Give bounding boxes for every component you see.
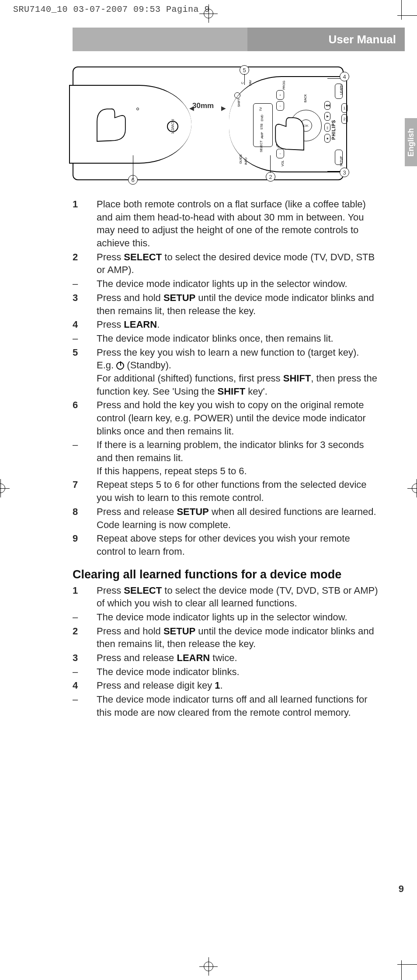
step-item: 8Press and release SETUP when all desire… [73,505,379,531]
stb-label: STB [260,124,263,130]
info-label: INFO [244,158,247,165]
header-bar-inner: User Manual [247,28,405,51]
setup-label: SETUP [340,156,343,166]
step-number: 3 [73,291,97,317]
step-item: 1Place both remote controls on a flat su… [73,198,379,250]
step-text: If there is a learning problem, the indi… [97,438,379,477]
fav-label: FAV [249,80,252,86]
power-button-icon: POWER [167,121,178,132]
step-item: 2Press SELECT to select the desired devi… [73,251,379,276]
leader-line [327,171,341,172]
step-text: Press and release LEARN twice. [97,651,379,665]
steps-list-1: 1Place both remote controls on a flat su… [73,198,379,558]
callout-4: 4 [340,72,349,81]
select-label: SELECT [260,140,263,152]
step-text: Press LEARN. [97,318,379,331]
step-item: –If there is a learning problem, the ind… [73,438,379,477]
hand-right-icon [268,102,308,150]
step-dash: – [73,693,97,719]
step-item: –The device mode indicator lights up in … [73,611,379,624]
step-number: 8 [73,505,97,531]
amp-label: AMP [261,132,264,139]
step-number: 2 [73,251,97,276]
leader-line [133,155,133,179]
leader-line [327,78,341,79]
step-text: The device mode indicator lights up in t… [97,611,379,624]
ir-led-icon [136,108,139,110]
distance-label: 30mm [192,102,214,110]
stop-icon: ■ [324,134,330,143]
step-text: Press and release SETUP when all desired… [97,505,379,531]
step-dash: – [73,438,97,477]
callout-3: 3 [340,168,349,177]
step-item: 9Repeat above steps for other devices yo… [73,532,379,558]
step-dash: – [73,277,97,290]
page: SRU7140_10 03-07-2007 09:53 Pagina 9 Use… [0,0,417,980]
tv-label: TV [259,107,262,111]
callout-2: 2 [266,172,275,182]
step-text: The device mode indicator blinks once, t… [97,332,379,345]
step-number: 7 [73,478,97,504]
page-number: 9 [399,883,404,895]
brand-label: PHILIPS [332,120,337,140]
step-item: 3Press and hold SETUP until the device m… [73,291,379,317]
header-bar: User Manual [73,28,405,51]
play-icon: ▶ [324,112,330,121]
figure-remotes: POWER ◀ 30mm ▶ SHIFT C FAV GUIDE INFO TV [73,66,344,180]
step-item: 5Press the key you wish to learn a new f… [73,346,379,398]
standby-icon [234,92,240,98]
registration-mark-left [0,479,10,497]
digit-1: 1 [341,103,348,113]
step-number: 2 [73,625,97,651]
step-item: –The device mode indicator blinks once, … [73,332,379,345]
step-dash: – [73,611,97,624]
step-text: Press SELECT to select the device mode (… [97,584,379,610]
crop-line [397,15,417,16]
step-text: The device mode indicator turns off and … [97,693,379,719]
step-number: 5 [73,346,97,398]
step-number: 6 [73,399,97,438]
step-text: Repeat steps 5 to 6 for other functions … [97,478,379,504]
step-text: The device mode indicator blinks. [97,665,379,679]
step-number: 3 [73,651,97,665]
step-text: Press SELECT to select the desired devic… [97,251,379,276]
step-text: Press and hold SETUP until the device mo… [97,625,379,651]
guide-label: GUIDE [239,154,242,164]
step-item: 4Press LEARN. [73,318,379,331]
learn-label: LEARN [340,84,343,94]
leader-line [270,155,271,173]
step-item: 6Press and hold the key you wish to copy… [73,399,379,438]
registration-mark-top [199,4,218,23]
step-dash: – [73,332,97,345]
step-item: –The device mode indicator lights up in … [73,277,379,290]
dvd-label: DVD [261,115,264,121]
steps-list-2: 1Press SELECT to select the device mode … [73,584,379,719]
step-number: 4 [73,679,97,692]
callout-5: 5 [240,65,249,75]
step-item: 7Repeat steps 5 to 6 for other functions… [73,478,379,504]
section-heading-clearing: Clearing all learned functions for a dev… [73,568,379,581]
step-number: 1 [73,584,97,610]
step-number: 4 [73,318,97,331]
registration-mark-bottom [199,957,218,976]
rew-icon: ◀◀ [324,101,330,110]
step-dash: – [73,665,97,679]
registration-mark-right [407,479,417,497]
step-number: 9 [73,532,97,558]
step-item: 2Press and hold SETUP until the device m… [73,625,379,651]
step-text: Repeat above steps for other devices you… [97,532,379,558]
step-item: 1Press SELECT to select the device mode … [73,584,379,610]
step-item: –The device mode indicator turns off and… [73,693,379,719]
digit-2: 2 [341,114,348,124]
step-item: 3Press and release LEARN twice. [73,651,379,665]
standby-icon [116,362,124,370]
hand-left-icon [93,94,132,142]
prog-label: PROG [282,80,285,90]
crop-line [401,0,402,20]
step-text: Press and hold SETUP until the device mo… [97,291,379,317]
step-text: Place both remote controls on a flat sur… [97,198,379,250]
language-tab: English [405,118,417,166]
step-text: Press the key you wish to learn a new fu… [97,346,379,398]
leader-line [244,74,245,85]
prog-plus: + [276,90,284,100]
